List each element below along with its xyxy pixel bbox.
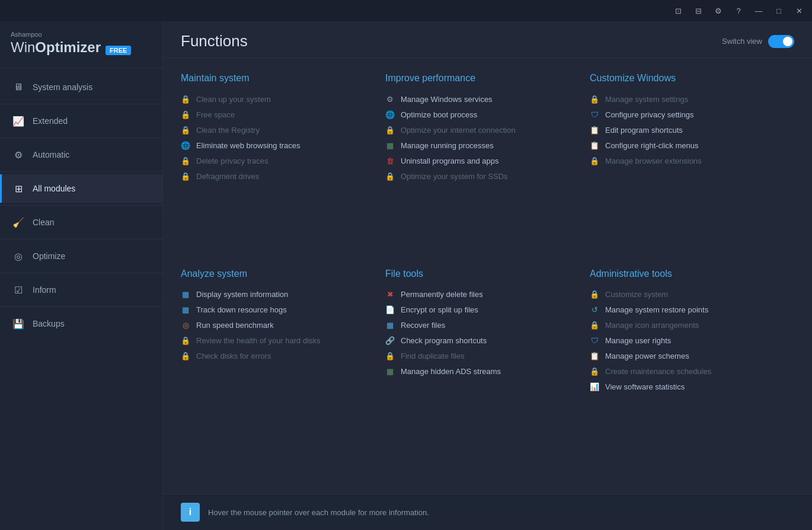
sidebar-item-backups[interactable]: 💾 Backups <box>0 309 162 338</box>
optimize-icon: ◎ <box>12 250 24 262</box>
item-label: Manage system restore points <box>605 305 708 314</box>
titlebar-controls: ⊡ ⊟ ⚙ ? — □ ✕ <box>670 4 807 18</box>
lock-icon: 🔒 <box>181 171 190 181</box>
sidebar-item-automatic[interactable]: ⚙ Automatic <box>0 141 162 169</box>
divider-6 <box>0 273 162 273</box>
footer-text: Hover the mouse pointer over each module… <box>208 508 429 517</box>
list-item[interactable]: ⚙ Manage Windows services <box>385 94 578 104</box>
sidebar: Ashampoo WinOptimizerFREE 🖥 System analy… <box>0 21 163 530</box>
sidebar-logo: Ashampoo WinOptimizerFREE <box>0 21 162 68</box>
switch-view-control[interactable]: Switch view <box>722 35 794 48</box>
sidebar-item-all-modules[interactable]: ⊞ All modules <box>0 174 162 203</box>
logo-badge: FREE <box>106 46 131 55</box>
globe-icon: 🌐 <box>385 110 395 119</box>
item-label: Manage user rights <box>605 336 671 345</box>
item-label: Clean the Registry <box>196 126 260 135</box>
info-icon: i <box>181 503 200 522</box>
close-button[interactable]: ✕ <box>791 4 807 18</box>
section-title-maintain: Maintain system <box>181 73 373 84</box>
section-maintain: Maintain system 🔒 Clean up your system 🔒… <box>181 73 385 269</box>
list-item[interactable]: ▦ Manage running processes <box>385 141 578 150</box>
list-item[interactable]: 🔗 Check program shortcuts <box>385 336 578 346</box>
list-item[interactable]: 📄 Encrypt or split up files <box>385 305 578 315</box>
list-item[interactable]: ◎ Run speed benchmark <box>181 321 373 330</box>
list-item[interactable]: ▦ Display system information <box>181 290 373 299</box>
section-items-filetools: ✖ Permanently delete files 📄 Encrypt or … <box>385 290 578 376</box>
maximize-button[interactable]: □ <box>771 4 787 18</box>
list-item[interactable]: ▦ Manage hidden ADS streams <box>385 367 578 376</box>
item-label: Permanently delete files <box>401 290 483 299</box>
list-item: 🔒 Check disks for errors <box>181 352 373 361</box>
list-item: 🔒 Find duplicate files <box>385 352 578 361</box>
globe-icon: 🌐 <box>181 141 190 150</box>
list-item[interactable]: ✖ Permanently delete files <box>385 290 578 299</box>
delete-icon: ✖ <box>385 290 395 299</box>
list-item[interactable]: ▦ Track down resource hogs <box>181 305 373 315</box>
lock-icon: 🔒 <box>181 156 190 165</box>
sidebar-item-label-backups: Backups <box>33 319 65 328</box>
list-item[interactable]: 🌐 Eliminate web browsing traces <box>181 141 373 150</box>
section-customize: Customize Windows 🔒 Manage system settin… <box>590 73 794 269</box>
list-item[interactable]: 🌐 Optimize boot process <box>385 110 578 119</box>
ads-icon: ▦ <box>385 367 395 376</box>
content-header: Functions Switch view <box>163 21 812 58</box>
list-item[interactable]: 📋 Configure right-click menus <box>590 141 782 150</box>
item-label: Manage power schemes <box>605 352 689 360</box>
recover-icon: ▦ <box>385 321 395 330</box>
lock-icon: 🔒 <box>181 336 190 346</box>
list-item[interactable]: ▦ Recover files <box>385 321 578 330</box>
section-title-admin: Administrative tools <box>590 269 782 279</box>
item-label: Free space <box>196 110 235 119</box>
chat-icon-btn[interactable]: ⊡ <box>670 4 686 18</box>
section-title-improve: Improve performance <box>385 73 578 84</box>
section-title-customize: Customize Windows <box>590 73 782 84</box>
item-label: Encrypt or split up files <box>401 305 478 314</box>
item-label: Manage Windows services <box>401 95 493 104</box>
section-filetools: File tools ✖ Permanently delete files 📄 … <box>385 269 590 480</box>
list-item: 🔒 Manage system settings <box>590 94 782 104</box>
help-icon-btn[interactable]: ? <box>730 4 747 18</box>
divider-7 <box>0 306 162 307</box>
list-item[interactable]: 📋 Manage power schemes <box>590 352 782 361</box>
section-items-analyze: ▦ Display system information ▦ Track dow… <box>181 290 373 361</box>
benchmark-icon: ◎ <box>181 321 190 330</box>
list-item[interactable]: 🛡 Manage user rights <box>590 336 782 346</box>
item-label: Delete privacy traces <box>196 157 268 165</box>
book-icon: 📋 <box>590 125 599 135</box>
list-item[interactable]: 🗑 Uninstall programs and apps <box>385 156 578 165</box>
sidebar-item-system-analysis[interactable]: 🖥 System analysis <box>0 73 162 101</box>
list-item[interactable]: 📊 View software statistics <box>590 382 782 392</box>
list-item[interactable]: 🛡 Configure privacy settings <box>590 110 782 119</box>
list-item[interactable]: ↺ Manage system restore points <box>590 305 782 315</box>
sidebar-item-clean[interactable]: 🧹 Clean <box>0 208 162 237</box>
item-label: Find duplicate files <box>401 352 465 360</box>
switch-view-toggle[interactable] <box>768 35 794 48</box>
settings-icon-btn[interactable]: ⚙ <box>710 4 727 18</box>
sidebar-item-label-clean: Clean <box>33 218 55 227</box>
list-item[interactable]: 📋 Edit program shortcuts <box>590 125 782 135</box>
user-rights-icon: 🛡 <box>590 336 599 346</box>
sidebar-item-inform[interactable]: ☑ Inform <box>0 276 162 304</box>
item-label: Display system information <box>196 290 288 299</box>
item-label: Recover files <box>401 321 445 330</box>
lock-icon: 🔒 <box>590 94 599 104</box>
item-label: Track down resource hogs <box>196 305 287 314</box>
item-label: Clean up your system <box>196 95 271 104</box>
minimize-button[interactable]: — <box>750 4 767 18</box>
clean-icon: 🧹 <box>12 216 24 228</box>
bookmark-icon-btn[interactable]: ⊟ <box>690 4 706 18</box>
sidebar-item-extended[interactable]: 📈 Extended <box>0 107 162 135</box>
lock-icon: 🔒 <box>385 125 395 135</box>
sidebar-item-optimize[interactable]: ◎ Optimize <box>0 242 162 270</box>
sidebar-item-label-extended: Extended <box>33 116 68 126</box>
item-label: Check disks for errors <box>196 352 271 360</box>
content-area: Functions Switch view Maintain system 🔒 … <box>163 21 812 530</box>
list-item: 🔒 Manage icon arrangements <box>590 321 782 330</box>
logo-win: Win <box>11 39 35 55</box>
sidebar-item-label-system-analysis: System analysis <box>33 82 92 92</box>
list-item: 🔒 Clean up your system <box>181 94 373 104</box>
stats-icon: 📊 <box>590 382 599 392</box>
section-items-admin: 🔒 Customize system ↺ Manage system resto… <box>590 290 782 392</box>
gear-icon: ⚙ <box>385 94 395 104</box>
item-label: Manage browser extensions <box>605 157 702 165</box>
